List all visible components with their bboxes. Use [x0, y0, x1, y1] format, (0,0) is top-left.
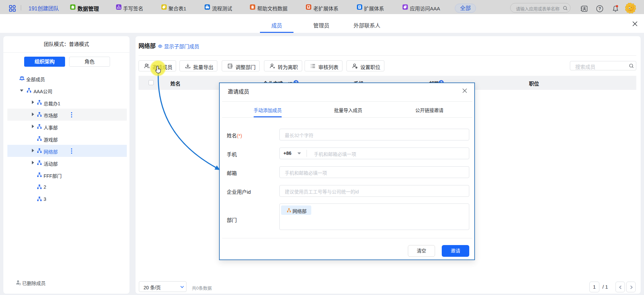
svg-text:?: ? — [598, 6, 601, 11]
